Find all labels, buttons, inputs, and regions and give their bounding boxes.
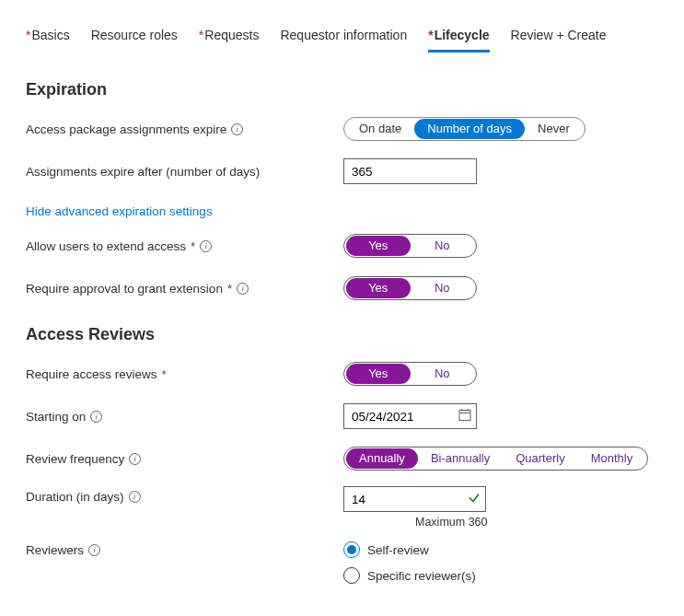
- pill-group-expire-mode: On date Number of days Never: [343, 117, 585, 141]
- input-expire-after-days[interactable]: [343, 158, 477, 184]
- tab-basics[interactable]: *Basics: [26, 28, 70, 52]
- info-icon[interactable]: i: [200, 240, 212, 252]
- info-icon[interactable]: i: [129, 453, 141, 465]
- required-asterisk: *: [162, 367, 167, 381]
- section-heading-expiration: Expiration: [26, 80, 658, 99]
- radio-label: Self-review: [367, 543, 429, 557]
- row-expire-after: Assignments expire after (number of days…: [26, 157, 658, 186]
- tab-requestor-info[interactable]: Requestor information: [280, 28, 407, 52]
- pill-freq-monthly[interactable]: Monthly: [578, 448, 646, 469]
- radio-icon: [343, 541, 360, 558]
- row-require-reviews: Require access reviews * Yes No: [26, 359, 658, 389]
- section-heading-reviews: Access Reviews: [26, 325, 658, 344]
- tab-requests[interactable]: *Requests: [199, 28, 260, 52]
- info-icon[interactable]: i: [90, 411, 102, 423]
- check-icon: [468, 492, 481, 507]
- label-reviewers: Reviewers: [26, 543, 84, 557]
- label-starting-on: Starting on: [26, 410, 86, 424]
- label-expire-after: Assignments expire after (number of days…: [26, 165, 260, 179]
- radio-specific-reviewers[interactable]: Specific reviewer(s): [343, 567, 476, 584]
- pill-expire-never[interactable]: Never: [525, 119, 583, 139]
- required-asterisk: *: [191, 239, 195, 253]
- row-reviewers: Reviewers i Self-review Specific reviewe…: [26, 541, 658, 584]
- label-allow-extend: Allow users to extend access: [26, 239, 186, 253]
- row-duration: Duration (in days) i Maximum 360: [26, 486, 658, 529]
- label-review-frequency: Review frequency: [26, 452, 124, 466]
- tab-lifecycle[interactable]: *Lifecycle: [428, 28, 489, 52]
- pill-expire-on-date[interactable]: On date: [346, 119, 414, 139]
- row-expire-mode: Access package assignments expire i On d…: [26, 114, 658, 144]
- pill-freq-annually[interactable]: Annually: [346, 448, 418, 469]
- info-icon[interactable]: i: [129, 491, 141, 503]
- radio-label: Specific reviewer(s): [367, 569, 476, 583]
- info-icon[interactable]: i: [231, 123, 243, 135]
- info-icon[interactable]: i: [88, 544, 100, 556]
- required-asterisk: *: [227, 282, 232, 296]
- input-starting-on[interactable]: [343, 403, 477, 429]
- pill-group-require-approval-ext: Yes No: [343, 276, 477, 300]
- tab-resource-roles[interactable]: Resource roles: [91, 28, 178, 52]
- row-review-frequency: Review frequency i Annually Bi-annually …: [26, 444, 658, 473]
- label-require-reviews: Require access reviews: [26, 367, 157, 381]
- radio-group-reviewers: Self-review Specific reviewer(s): [343, 541, 476, 584]
- tab-review-create[interactable]: Review + Create: [511, 28, 607, 52]
- row-require-approval-ext: Require approval to grant extension * i …: [26, 273, 658, 303]
- pill-approval-ext-no[interactable]: No: [411, 278, 475, 298]
- label-require-approval-ext: Require approval to grant extension: [26, 282, 223, 296]
- pill-group-allow-extend: Yes No: [343, 234, 477, 258]
- pill-freq-quarterly[interactable]: Quarterly: [503, 448, 577, 469]
- pill-group-frequency: Annually Bi-annually Quarterly Monthly: [343, 447, 648, 471]
- radio-self-review[interactable]: Self-review: [343, 541, 476, 558]
- label-expire-mode: Access package assignments expire: [26, 122, 226, 136]
- pill-allow-extend-yes[interactable]: Yes: [346, 236, 411, 256]
- radio-icon: [343, 567, 360, 584]
- pill-reviews-yes[interactable]: Yes: [346, 364, 411, 384]
- row-starting-on: Starting on i: [26, 401, 658, 431]
- row-allow-extend: Allow users to extend access * i Yes No: [26, 231, 658, 261]
- helper-duration-max: Maximum 360: [415, 516, 488, 529]
- wizard-tabs: *Basics Resource roles *Requests Request…: [26, 28, 658, 54]
- input-duration-days[interactable]: [343, 486, 486, 512]
- pill-freq-biannually[interactable]: Bi-annually: [418, 448, 503, 469]
- pill-expire-num-days[interactable]: Number of days: [414, 119, 525, 139]
- pill-allow-extend-no[interactable]: No: [411, 236, 475, 256]
- link-toggle-advanced[interactable]: Hide advanced expiration settings: [26, 204, 213, 218]
- label-duration: Duration (in days): [26, 490, 124, 504]
- pill-approval-ext-yes[interactable]: Yes: [346, 278, 411, 298]
- info-icon[interactable]: i: [237, 283, 249, 295]
- pill-group-require-reviews: Yes No: [343, 362, 477, 386]
- pill-reviews-no[interactable]: No: [411, 364, 475, 384]
